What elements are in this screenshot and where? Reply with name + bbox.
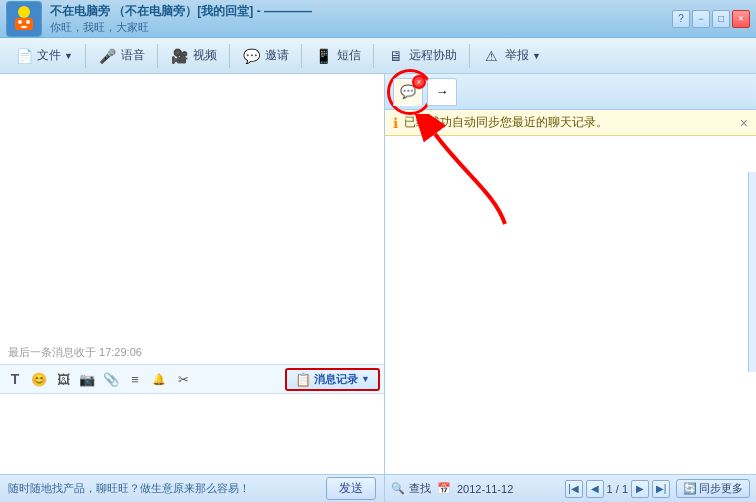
- text-format-button[interactable]: T: [4, 368, 26, 390]
- forward-tab-icon: →: [436, 84, 449, 99]
- search-label: 查找: [409, 481, 431, 496]
- promo-text: 随时随地找产品，聊旺旺？做生意原来那么容易！: [8, 481, 326, 496]
- message-record-button[interactable]: 📋 消息记录 ▼: [285, 368, 380, 391]
- notification-bar: ℹ 已经成功自动同步您最近的聊天记录。 ×: [385, 110, 756, 136]
- tab-close-icon[interactable]: ×: [412, 75, 426, 89]
- attachment-button[interactable]: 📎: [100, 368, 122, 390]
- date-label: 2012-11-12: [457, 483, 513, 495]
- svg-rect-2: [15, 18, 33, 30]
- more-button[interactable]: ≡: [124, 368, 146, 390]
- search-area: 🔍 查找: [391, 481, 431, 496]
- image-button[interactable]: 🖼: [52, 368, 74, 390]
- calendar-icon: 📅: [437, 482, 451, 495]
- main-container: 最后一条消息收于 17:29:06 T 😊 🖼 📷 📎 ≡ 🔔 ✂ 📋 消息记录…: [0, 74, 756, 502]
- chat-area: [0, 74, 384, 341]
- notification-icon: ℹ: [393, 115, 398, 131]
- left-panel: 最后一条消息收于 17:29:06 T 😊 🖼 📷 📎 ≡ 🔔 ✂ 📋 消息记录…: [0, 74, 385, 502]
- toolbar-divider3: [229, 44, 230, 68]
- audio-icon: 🎤: [98, 46, 118, 66]
- last-message-time: 最后一条消息收于 17:29:06: [0, 341, 384, 364]
- nudge-button[interactable]: 🔔: [148, 368, 170, 390]
- avatar: [6, 1, 42, 37]
- title-bar: 不在电脑旁 （不在电脑旁）[我的回堂] - ———— 你旺，我旺，大家旺 ? －…: [0, 0, 756, 38]
- sms-icon: 📱: [314, 46, 334, 66]
- svg-point-1: [18, 6, 30, 18]
- contact-status: 你旺，我旺，大家旺: [50, 20, 672, 35]
- video-tool[interactable]: 🎥 视频: [164, 43, 223, 69]
- cut-button[interactable]: ✂: [172, 368, 194, 390]
- right-tab-bar: 💬 × →: [385, 74, 756, 110]
- pagination-area: |◀ ◀ 1 / 1 ▶ ▶|: [565, 480, 670, 498]
- toolbar-divider: [85, 44, 86, 68]
- page-info: 1 / 1: [607, 483, 628, 495]
- main-toolbar: 📄 文件 ▼ 🎤 语音 🎥 视频 💬 邀请 📱 短信 🖥 远程协助 ⚠ 举报 ▼…: [0, 38, 756, 74]
- toolbar-divider2: [157, 44, 158, 68]
- toolbar-divider6: [469, 44, 470, 68]
- report-icon: ⚠: [482, 46, 502, 66]
- sms-tool[interactable]: 📱 短信: [308, 43, 367, 69]
- toolbar-divider4: [301, 44, 302, 68]
- svg-rect-5: [21, 26, 27, 28]
- file-icon: 📄: [14, 46, 34, 66]
- right-status-bar: 🔍 查找 📅 2012-11-12 |◀ ◀ 1 / 1 ▶ ▶| 🔄 同步更多: [385, 474, 756, 502]
- last-page-button[interactable]: ▶|: [652, 480, 670, 498]
- bottom-bar: 随时随地找产品，聊旺旺？做生意原来那么容易！ 发送: [0, 474, 384, 502]
- message-record-icon: 📋: [295, 372, 311, 387]
- sync-icon: 🔄: [683, 482, 697, 495]
- svg-point-4: [26, 20, 30, 24]
- remote-icon: 🖥: [386, 46, 406, 66]
- title-text: 不在电脑旁 （不在电脑旁）[我的回堂] - ———— 你旺，我旺，大家旺: [50, 3, 672, 35]
- minimize-button[interactable]: －: [692, 10, 710, 28]
- video-icon: 🎥: [170, 46, 190, 66]
- notification-close-button[interactable]: ×: [740, 115, 748, 131]
- report-tool[interactable]: ⚠ 举报 ▼: [476, 43, 547, 69]
- right-content-area: [385, 136, 756, 502]
- input-toolbar: T 😊 🖼 📷 📎 ≡ 🔔 ✂ 📋 消息记录 ▼: [0, 364, 384, 394]
- scroll-indicator[interactable]: [748, 172, 756, 372]
- prev-page-button[interactable]: ◀: [586, 480, 604, 498]
- svg-point-3: [18, 20, 22, 24]
- next-page-button[interactable]: ▶: [631, 480, 649, 498]
- forward-tab[interactable]: →: [427, 78, 457, 106]
- maximize-button[interactable]: □: [712, 10, 730, 28]
- help-button[interactable]: ?: [672, 10, 690, 28]
- file-tool[interactable]: 📄 文件 ▼: [8, 43, 79, 69]
- window-controls: ? － □ ×: [672, 10, 750, 28]
- search-icon: 🔍: [391, 482, 405, 495]
- chat-tab[interactable]: 💬 ×: [393, 78, 423, 106]
- emoji-button[interactable]: 😊: [28, 368, 50, 390]
- invite-icon: 💬: [242, 46, 262, 66]
- toolbar-divider5: [373, 44, 374, 68]
- screenshot-button[interactable]: 📷: [76, 368, 98, 390]
- sync-button[interactable]: 🔄 同步更多: [676, 479, 750, 498]
- invite-tool[interactable]: 💬 邀请: [236, 43, 295, 69]
- contact-name: 不在电脑旁 （不在电脑旁）[我的回堂] - ————: [50, 3, 672, 20]
- remote-tool[interactable]: 🖥 远程协助: [380, 43, 463, 69]
- notification-text: 已经成功自动同步您最近的聊天记录。: [404, 114, 608, 131]
- close-button[interactable]: ×: [732, 10, 750, 28]
- first-page-button[interactable]: |◀: [565, 480, 583, 498]
- avatar-image: [7, 2, 41, 36]
- send-button[interactable]: 发送: [326, 477, 376, 500]
- input-area[interactable]: [0, 394, 384, 474]
- right-panel: 💬 × → ℹ 已经成功自动同步您最近的聊天记录。 ×: [385, 74, 756, 502]
- audio-tool[interactable]: 🎤 语音: [92, 43, 151, 69]
